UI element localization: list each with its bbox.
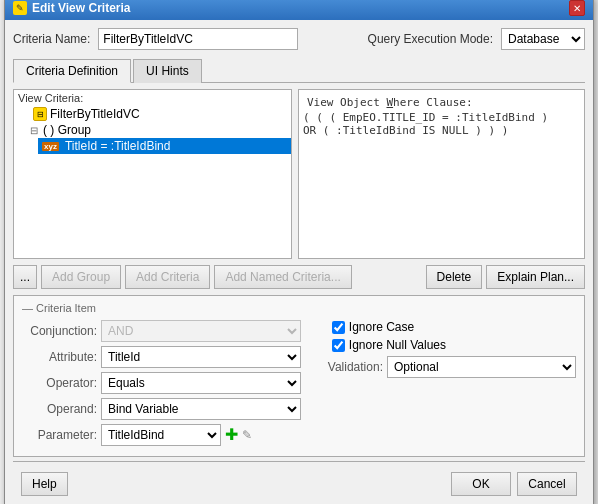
operator-row: Operator: Equals Not Equals Less Than Gr… [22,372,320,394]
window-body: Criteria Name: Query Execution Mode: Dat… [5,20,593,504]
tree-item-criteria-label: TitleId = :TitleIdBind [65,139,171,153]
cancel-button[interactable]: Cancel [517,472,577,496]
query-mode-label: Query Execution Mode: [368,32,493,46]
footer: Help OK Cancel [13,466,585,500]
tab-criteria-definition[interactable]: Criteria Definition [13,59,131,83]
where-clause-panel: View Object Where Clause: ( ( ( EmpEO.TI… [298,89,585,259]
ignore-case-label: Ignore Case [349,320,414,334]
tree-item-criteria[interactable]: xyz TitleId = :TitleIdBind [38,138,291,154]
parameter-row: Parameter: TitleIdBind ✚ ✎ [22,424,320,446]
ellipsis-button[interactable]: ... [13,265,37,289]
tree-item-root-label: FilterByTitleIdVC [50,107,140,121]
criteria-item-title: — Criteria Item [22,302,576,314]
footer-right: OK Cancel [451,472,577,496]
expand-icon: ⊟ [30,125,38,136]
add-param-button[interactable]: ✚ [225,427,238,443]
title-bar: ✎ Edit View Criteria ✕ [5,0,593,20]
validation-row: Validation: Optional Required Always [328,356,576,378]
filter-icon: ⊟ [33,107,47,121]
attribute-label: Attribute: [22,350,97,364]
tree-item-group-label: ( ) Group [43,123,91,137]
attribute-row: Attribute: TitleId [22,346,320,368]
window-title: Edit View Criteria [32,1,130,15]
conjunction-row: Conjunction: AND [22,320,320,342]
top-row: Criteria Name: Query Execution Mode: Dat… [13,28,585,50]
close-button[interactable]: ✕ [569,0,585,16]
two-cols: Conjunction: AND Attribute: TitleId [22,320,576,450]
criteria-name-label: Criteria Name: [13,32,90,46]
parameter-select[interactable]: TitleIdBind [101,424,221,446]
right-form: Ignore Case Ignore Null Values Validatio… [328,320,576,450]
ignore-null-label: Ignore Null Values [349,338,446,352]
add-group-button[interactable]: Add Group [41,265,121,289]
window-icon: ✎ [13,1,27,15]
title-bar-left: ✎ Edit View Criteria [13,1,130,15]
query-mode-select[interactable]: Database In-Memory Both [501,28,585,50]
conjunction-select[interactable]: AND [101,320,301,342]
tree-item-group[interactable]: ⊟ ( ) Group [26,122,291,138]
parameter-label: Parameter: [22,428,97,442]
conjunction-label: Conjunction: [22,324,97,338]
ignore-null-checkbox[interactable] [332,339,345,352]
attribute-select[interactable]: TitleId [101,346,301,368]
add-named-criteria-button[interactable]: Add Named Criteria... [214,265,351,289]
ignore-null-row: Ignore Null Values [328,338,576,352]
operand-row: Operand: Bind Variable Literal Expressio… [22,398,320,420]
view-criteria-label: View Criteria: [14,90,291,106]
help-button[interactable]: Help [21,472,68,496]
tab-ui-hints[interactable]: UI Hints [133,59,202,83]
validation-select[interactable]: Optional Required Always [387,356,576,378]
edit-view-criteria-window: ✎ Edit View Criteria ✕ Criteria Name: Qu… [4,0,594,504]
left-form: Conjunction: AND Attribute: TitleId [22,320,320,450]
edit-param-button[interactable]: ✎ [242,428,252,442]
operator-select[interactable]: Equals Not Equals Less Than Greater Than [101,372,301,394]
view-criteria-panel: View Criteria: ⊟ FilterByTitleIdVC ⊟ ( )… [13,89,292,259]
ignore-case-row: Ignore Case [328,320,576,334]
where-clause-text: ( ( ( EmpEO.TITLE_ID = :TitleIdBind ) OR… [303,111,580,137]
explain-plan-button[interactable]: Explain Plan... [486,265,585,289]
param-controls: TitleIdBind ✚ ✎ [101,424,252,446]
criteria-item-section: — Criteria Item Conjunction: AND Attribu… [13,295,585,457]
tree-item-root[interactable]: ⊟ FilterByTitleIdVC [14,106,291,122]
tabs: Criteria Definition UI Hints [13,58,585,83]
criteria-name-input[interactable] [98,28,298,50]
toolbar-row: ... Add Group Add Criteria Add Named Cri… [13,265,585,289]
operator-label: Operator: [22,376,97,390]
add-criteria-button[interactable]: Add Criteria [125,265,210,289]
operand-label: Operand: [22,402,97,416]
ignore-case-checkbox[interactable] [332,321,345,334]
validation-label: Validation: [328,360,383,374]
where-clause-label: View Object Where Clause: [303,94,580,111]
xyz-badge: xyz [42,142,59,151]
delete-button[interactable]: Delete [426,265,483,289]
operand-select[interactable]: Bind Variable Literal Expression [101,398,301,420]
ok-button[interactable]: OK [451,472,511,496]
main-content: View Criteria: ⊟ FilterByTitleIdVC ⊟ ( )… [13,89,585,259]
